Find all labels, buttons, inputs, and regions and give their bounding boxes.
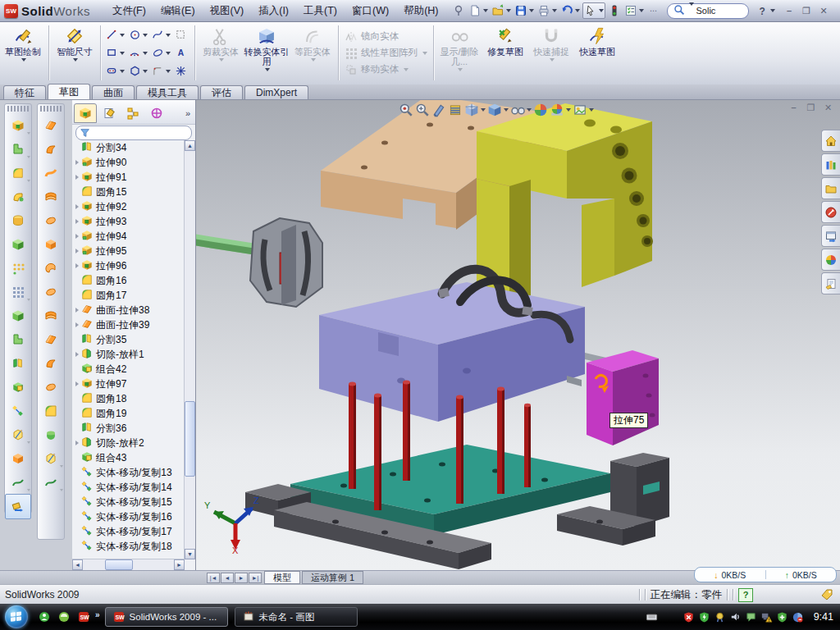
- taskbar-button-solidworks[interactable]: SWSolidWorks 2009 - ...: [105, 607, 228, 627]
- surface-extrude-button[interactable]: [38, 113, 64, 137]
- display-style-button[interactable]: [486, 101, 509, 119]
- curve-button[interactable]: [38, 470, 64, 494]
- cmd-convert-entities-button[interactable]: 转换实体引用: [244, 23, 290, 83]
- expand-arrow-icon[interactable]: [72, 381, 81, 386]
- antivirus-shield-tray-icon[interactable]: [682, 611, 695, 623]
- surface-shell-button[interactable]: [38, 399, 64, 422]
- tree-item[interactable]: 分割36: [72, 421, 185, 436]
- tree-item[interactable]: 实体-移动/复制17: [72, 524, 185, 539]
- toolbox-button[interactable]: [821, 201, 840, 223]
- graphics-viewport[interactable]: –❐✕ 拉伸75 Y Z X: [196, 100, 840, 570]
- dome-button[interactable]: [38, 422, 64, 446]
- view-settings-button[interactable]: [572, 101, 595, 119]
- next-tab-button[interactable]: ►: [235, 573, 248, 583]
- menu-view[interactable]: 视图(V): [203, 4, 252, 18]
- combine-button[interactable]: [5, 375, 31, 399]
- tree-item[interactable]: 分割35: [72, 332, 185, 347]
- expand-arrow-icon[interactable]: [72, 352, 81, 357]
- tree-item[interactable]: 实体-移动/复制14: [72, 480, 185, 495]
- extrude-cut-button[interactable]: [5, 137, 31, 161]
- sketch-polygon-button[interactable]: [128, 64, 148, 78]
- new-document-button[interactable]: [468, 3, 489, 18]
- extrude-boss-button[interactable]: [5, 113, 31, 137]
- tab-曲面[interactable]: 曲面: [92, 85, 135, 99]
- split-button[interactable]: [5, 351, 31, 375]
- hole-wizard-button[interactable]: [5, 256, 31, 280]
- messenger-quicklaunch-icon[interactable]: [37, 609, 52, 624]
- options-list-button[interactable]: [623, 3, 645, 18]
- tree-item[interactable]: 圆角17: [72, 288, 185, 303]
- yellow-yoke-part[interactable]: [477, 103, 653, 307]
- chevron-double-icon[interactable]: »: [95, 610, 100, 619]
- expand-arrow-icon[interactable]: [72, 322, 81, 327]
- search-box[interactable]: Solic: [667, 3, 749, 19]
- close-button[interactable]: ✕: [816, 5, 830, 17]
- tree-item[interactable]: 曲面-拉伸39: [72, 317, 185, 332]
- expand-arrow-icon[interactable]: [72, 204, 81, 209]
- menu-help[interactable]: 帮助(H): [396, 4, 445, 18]
- zoom-area-button[interactable]: [414, 101, 431, 119]
- model-tab-运动算例 1[interactable]: 运动算例 1: [302, 571, 363, 584]
- tree-item[interactable]: 拉伸97: [72, 377, 185, 391]
- tree-item[interactable]: 圆角16: [72, 273, 185, 288]
- tree-item[interactable]: 切除-放样1: [72, 347, 185, 362]
- scroll-left-arrow[interactable]: ◄: [72, 559, 83, 570]
- linear-pattern-button[interactable]: [5, 280, 31, 304]
- tree-item[interactable]: 组合43: [72, 450, 185, 465]
- tree-horizontal-scrollbar[interactable]: ◄ ►: [72, 559, 185, 570]
- taskbar-button-paint[interactable]: 未命名 - 画图: [235, 607, 358, 627]
- reference-geometry-button[interactable]: *: [38, 446, 64, 470]
- surface-revolve-button[interactable]: [38, 137, 64, 161]
- surface-boundary-button[interactable]: [38, 208, 64, 232]
- apply-scene-button[interactable]: [549, 101, 572, 119]
- section-view-button[interactable]: [447, 101, 463, 119]
- tree-filter-input[interactable]: [75, 126, 192, 140]
- expand-arrow-icon[interactable]: [72, 219, 81, 224]
- doc-restore-button[interactable]: ❐: [804, 102, 818, 114]
- search-caret[interactable]: [687, 6, 694, 16]
- expand-arrow-icon[interactable]: [72, 249, 81, 253]
- scrollbar-thumb[interactable]: [105, 559, 133, 570]
- help-button[interactable]: ?: [755, 3, 776, 18]
- shield-plus-tray-icon[interactable]: [776, 611, 788, 623]
- revolve-button[interactable]: [5, 208, 31, 232]
- tree-vertical-scrollbar[interactable]: ▲ ▼: [184, 140, 195, 559]
- view-orientation-button[interactable]: [463, 101, 486, 119]
- tree-item[interactable]: 拉伸96: [72, 258, 185, 273]
- sketch-text-button[interactable]: A: [174, 46, 188, 60]
- zoom-fit-button[interactable]: [398, 101, 414, 119]
- surface-planar-button[interactable]: [38, 256, 64, 280]
- tree-item[interactable]: 分割34: [72, 140, 185, 155]
- scroll-down-arrow[interactable]: ▼: [185, 549, 195, 559]
- tree-item[interactable]: 拉伸90: [72, 155, 185, 170]
- toolbar-drag-handle[interactable]: [40, 106, 62, 112]
- sketch-sketch-fillet-button[interactable]: [151, 64, 171, 78]
- configuration-manager-tab[interactable]: [121, 103, 144, 123]
- 3d-model-canvas[interactable]: [196, 100, 840, 570]
- launcher-orb-quicklaunch-icon[interactable]: [57, 609, 71, 624]
- tree-item[interactable]: 曲面-拉伸38: [72, 303, 185, 317]
- undo-button[interactable]: [559, 3, 581, 18]
- edit-appearance-button[interactable]: [532, 101, 549, 119]
- cam-insert-part[interactable]: [196, 218, 322, 307]
- solidworks-quicklaunch-icon[interactable]: SW: [76, 609, 91, 624]
- sync-orb-tray-icon[interactable]: [792, 611, 804, 623]
- doc-minimize-button[interactable]: –: [787, 102, 801, 114]
- tree-item[interactable]: 组合42: [72, 362, 185, 377]
- select-tool-button[interactable]: [582, 2, 605, 19]
- tag-icon[interactable]: [820, 588, 833, 601]
- surface-delete-face-button[interactable]: [38, 375, 64, 399]
- expand-arrow-icon[interactable]: [72, 175, 81, 180]
- sketch-circle-button[interactable]: [128, 28, 148, 42]
- more-button[interactable]: ⋯: [646, 3, 661, 18]
- sketch-point-button[interactable]: [174, 64, 188, 78]
- view-palette-button[interactable]: [821, 225, 840, 247]
- sketch-slot-button[interactable]: [105, 64, 126, 78]
- doc-close-button[interactable]: ✕: [821, 102, 835, 114]
- curve-button[interactable]: [5, 470, 31, 494]
- scrollbar-thumb[interactable]: [185, 401, 195, 477]
- sketch-arc-button[interactable]: [128, 46, 148, 60]
- tab-评估[interactable]: 评估: [200, 85, 243, 99]
- draft-button[interactable]: [5, 327, 31, 351]
- appearance-lights-button[interactable]: [607, 3, 622, 18]
